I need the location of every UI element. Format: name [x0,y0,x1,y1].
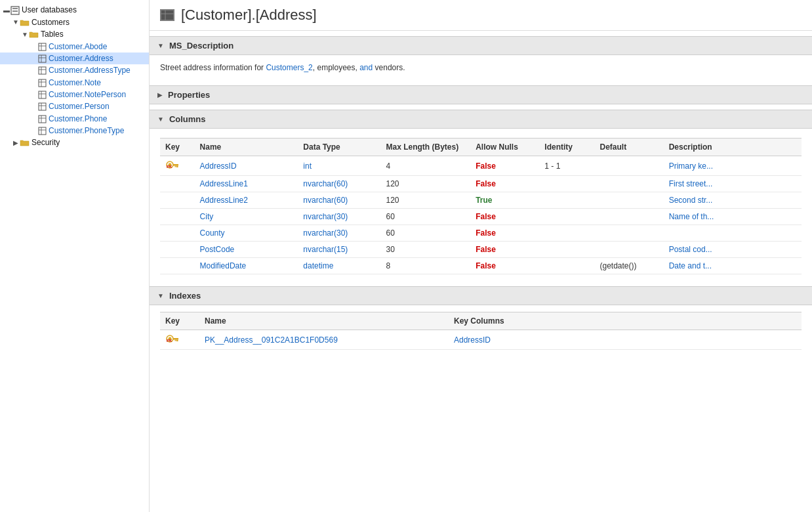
svg-rect-18 [39,103,46,110]
toggle-security: ▶ [12,139,20,146]
svg-text:PK: PK [167,165,173,169]
indexes-table: Key Name Key Columns PK PK__Address__091… [160,312,802,350]
properties-toggle: ▶ [157,91,163,98]
cell-key-0: PK [160,156,195,176]
svg-rect-1 [12,8,18,9]
sidebar-item-user-databases[interactable]: ▬User databases [0,4,149,16]
sidebar-item-customer-phonetype[interactable]: Customer.PhoneType [0,125,149,137]
svg-rect-21 [39,116,46,123]
desc-link-and[interactable]: and [359,63,373,72]
label-customer-person: Customer.Person [49,102,110,111]
properties-section: ▶ Properties [150,85,812,104]
cell-allownulls-5: False [470,242,539,258]
sidebar-item-security[interactable]: ▶Security [0,137,149,148]
properties-header[interactable]: ▶ Properties [150,85,812,104]
cell-default-5 [594,242,663,258]
col-header-default: Default [594,139,663,156]
index-row-0: PK PK__Address__091C2A1BC1F0D569AddressI… [160,330,802,350]
cell-maxlen-2: 120 [381,192,471,209]
sidebar-item-customer-note[interactable]: Customer.Note [0,76,149,88]
cell-description-6: Date and t... [664,258,802,274]
toggle-tables-folder: ▼ [21,31,29,38]
label-customer-phone: Customer.Phone [49,114,107,123]
table-icon-customer-address [38,54,49,63]
columns-label: Columns [169,114,206,124]
page-title: [Customer].[Address] [181,7,317,24]
sidebar-item-customer-phone[interactable]: Customer.Phone [0,112,149,124]
cell-datatype-0: int [298,156,380,176]
cell-identity-4 [539,225,594,242]
sidebar-item-customer-abode[interactable]: Customer.Abode [0,40,149,52]
desc-link-customers[interactable]: Customers_2 [266,63,312,72]
cell-datatype-5: nvarchar(15) [298,242,380,258]
svg-rect-3 [39,43,46,51]
columns-header[interactable]: ▼ Columns [150,110,812,129]
cell-description-4 [664,225,802,242]
indexes-label: Indexes [169,291,201,301]
cell-datatype-3: nvarchar(30) [298,209,380,225]
cell-default-0 [594,156,663,176]
sidebar: ▬User databases▼Customers▼TablesCustomer… [0,0,150,512]
cell-key-6 [160,258,195,274]
svg-rect-12 [39,79,46,87]
svg-rect-38 [173,338,178,340]
cell-allownulls-4: False [470,225,539,242]
column-row-0: PK AddressIDint4False1 - 1Primary ke... [160,156,802,176]
main-content: [Customer].[Address] ▼ MS_Description St… [150,0,812,512]
sidebar-item-tables-folder[interactable]: ▼Tables [0,28,149,40]
cell-allownulls-3: False [470,209,539,225]
svg-rect-34 [175,166,176,167]
ms-description-toggle: ▼ [157,42,164,49]
label-customer-abode: Customer.Abode [49,42,107,51]
column-row-1: AddressLine1nvarchar(60)120FalseFirst st… [160,176,802,192]
cell-default-2 [594,192,663,209]
cell-maxlen-4: 60 [381,225,471,242]
cell-key-1 [160,176,195,192]
cell-description-0: Primary ke... [664,156,802,176]
cell-allownulls-1: False [470,176,539,192]
cell-allownulls-2: True [470,192,539,209]
indexes-header[interactable]: ▼ Indexes [150,286,812,305]
indexes-header-row: Key Name Key Columns [160,312,802,330]
cell-default-3 [594,209,663,225]
table-icon-customer-noteperson [38,90,49,99]
ms-description-header[interactable]: ▼ MS_Description [150,36,812,55]
svg-rect-9 [39,67,46,74]
idx-cell-keycols-0: AddressID [449,330,802,350]
ms-description-body: Street address information for Customers… [150,55,812,80]
folder-icon-tables-folder [29,30,41,39]
sidebar-item-customer-person[interactable]: Customer.Person [0,100,149,112]
sidebar-item-customer-address[interactable]: Customer.Address [0,53,149,64]
label-customers-db: Customers [31,18,70,27]
db-icon [10,5,22,15]
cell-identity-1 [539,176,594,192]
table-icon-customer-phonetype [38,126,49,135]
cell-name-5: PostCode [195,242,298,258]
toggle-customers-db: ▼ [12,18,20,26]
cell-identity-6 [539,258,594,274]
cell-description-1: First street... [664,176,802,192]
cell-datatype-2: nvarchar(60) [298,192,380,209]
cell-datatype-4: nvarchar(30) [298,225,380,242]
cell-maxlen-3: 60 [381,209,471,225]
cell-maxlen-0: 4 [381,156,471,176]
cell-name-3: City [195,209,298,225]
columns-toggle: ▼ [157,116,164,123]
sidebar-item-customer-addresstype[interactable]: Customer.AddressType [0,64,149,76]
pk-key-icon: PK [165,160,180,170]
svg-text:PK: PK [167,339,173,343]
cell-identity-2 [539,192,594,209]
cell-name-1: AddressLine1 [195,176,298,192]
sidebar-item-customer-noteperson[interactable]: Customer.NotePerson [0,89,149,100]
description-text: Street address information for Customers… [160,62,802,74]
col-header-allownulls: Allow Nulls [470,139,539,156]
cell-identity-5 [539,242,594,258]
sidebar-item-customers-db[interactable]: ▼Customers [0,16,149,28]
cell-maxlen-1: 120 [381,176,471,192]
cell-default-6: (getdate()) [594,258,663,274]
svg-rect-39 [176,340,178,342]
folder-icon-security [20,138,31,147]
indexes-body: Key Name Key Columns PK PK__Address__091… [150,305,812,356]
ms-description-section: ▼ MS_Description Street address informat… [150,36,812,80]
cell-key-2 [160,192,195,209]
